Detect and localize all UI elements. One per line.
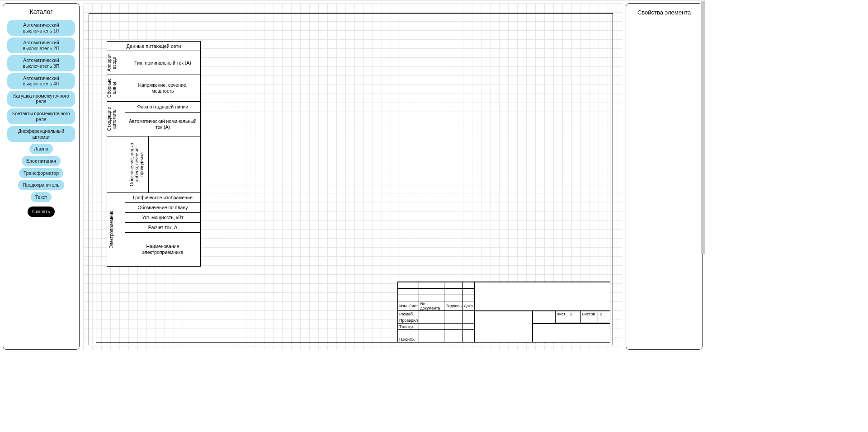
stamp-row-blank <box>398 330 419 336</box>
app-root: Каталог Автоматический выключатель 1П Ав… <box>0 0 705 352</box>
supply-data-table[interactable]: Данные питающей сети Аппарат ввода Тип, … <box>107 41 201 267</box>
catalog-item-breaker-4p[interactable]: Автоматический выключатель 4П <box>7 73 75 89</box>
vlabel-input-device: Аппарат ввода <box>107 51 117 75</box>
stamp-left: Изм Лист № документа Подпись Дата Разраб… <box>398 282 475 343</box>
stamp-row-razrab: Разраб. <box>398 311 419 317</box>
stamp-row-tkontr: Т.контр. <box>398 324 419 330</box>
catalog-panel: Каталог Автоматический выключатель 1П Ав… <box>3 3 80 350</box>
properties-title: Свойства элемента <box>630 9 698 16</box>
cell-auto-nominal: Автоматический номинальный ток (А) <box>125 113 200 136</box>
cell-voltage-section: Напряжение, сечение, мощность <box>125 75 200 101</box>
properties-panel: Свойства элемента <box>626 3 703 350</box>
catalog-title: Каталог <box>7 8 75 15</box>
group-outgoing-breakers: Отходящие автоматы Фаза отходящей линии … <box>107 102 200 136</box>
stamp-sheet-label: Лист <box>556 311 568 323</box>
stamp-row-proveril: Проверил <box>398 317 419 324</box>
group-receiver: Электроприемник Графическое изображение … <box>107 193 200 266</box>
title-block[interactable]: Изм Лист № документа Подпись Дата Разраб… <box>397 282 610 343</box>
cell-cable-designation: Обозначение, марка кабеля, сечение прово… <box>129 136 144 193</box>
stamp-col-docnum: № документа <box>419 301 444 311</box>
catalog-item-breaker-2p[interactable]: Автоматический выключатель 2П <box>7 38 75 53</box>
catalog-item-breaker-1p[interactable]: Автоматический выключатель 1П <box>7 20 75 36</box>
drawing-canvas[interactable]: Данные питающей сети Аппарат ввода Тип, … <box>83 3 622 350</box>
catalog-item-breaker-3p[interactable]: Автоматический выключатель 3П <box>7 55 75 71</box>
catalog-buttons: Автоматический выключатель 1П Автоматиче… <box>7 20 75 217</box>
stamp-sheets-value: 2 <box>598 311 610 323</box>
catalog-item-fuse[interactable]: Предохранитель <box>18 180 64 190</box>
group-input-device: Аппарат ввода Тип, номинальный ток (А) <box>107 51 200 75</box>
cell-graphic: Графическое изображение <box>125 193 200 203</box>
scrollbar-thumb[interactable] <box>701 1 705 254</box>
supply-header: Данные питающей сети <box>107 42 200 51</box>
cell-phase-outgoing: Фаза отходящей линии <box>125 102 200 113</box>
stamp-col-list: Лист <box>408 301 419 311</box>
cell-calc-current: Расчет ток, А <box>125 223 200 233</box>
cell-type-current: Тип, номинальный ток (А) <box>125 51 200 75</box>
stamp-col-date: Дата <box>463 301 475 311</box>
catalog-item-diff-breaker[interactable]: Дифференциальный автомат <box>7 126 75 142</box>
stamp-col-sign: Подпись <box>444 301 463 311</box>
vlabel-receiver: Электроприемник <box>109 211 114 249</box>
catalog-item-relay-coil[interactable]: Катушка промежуточного реле <box>7 91 75 107</box>
vlabel-busbars: Сборные шины <box>107 75 117 101</box>
stamp-sheets-label: Листов <box>581 311 598 323</box>
stamp-col-izm: Изм <box>398 301 408 311</box>
stamp-sheet-value: 2 <box>568 311 581 323</box>
catalog-item-relay-contacts[interactable]: Контакты промежуточного реле <box>7 108 75 124</box>
cell-plan-designation: Обозначение по плану <box>125 203 200 213</box>
catalog-item-text[interactable]: Текст <box>31 192 52 202</box>
group-cable: Обозначение, марка кабеля, сечение прово… <box>107 136 200 193</box>
vlabel-outgoing: Отходящие автоматы <box>107 102 117 136</box>
stamp-row-nkontr: Н.контр. <box>398 336 419 343</box>
stamp-right: Лист 2 Листов 2 <box>475 282 610 343</box>
cell-receiver-name: Наименование электроприемника <box>125 233 200 266</box>
cell-power: Уст. мощность, кВт <box>125 213 200 223</box>
catalog-item-transformer[interactable]: Трансформатор <box>19 168 63 178</box>
download-button[interactable]: Скачать <box>28 207 54 217</box>
group-busbars: Сборные шины Напряжение, сечение, мощнос… <box>107 75 200 102</box>
catalog-item-lamp[interactable]: Лампа <box>29 144 52 154</box>
catalog-item-psu[interactable]: Блок питания <box>22 156 61 166</box>
